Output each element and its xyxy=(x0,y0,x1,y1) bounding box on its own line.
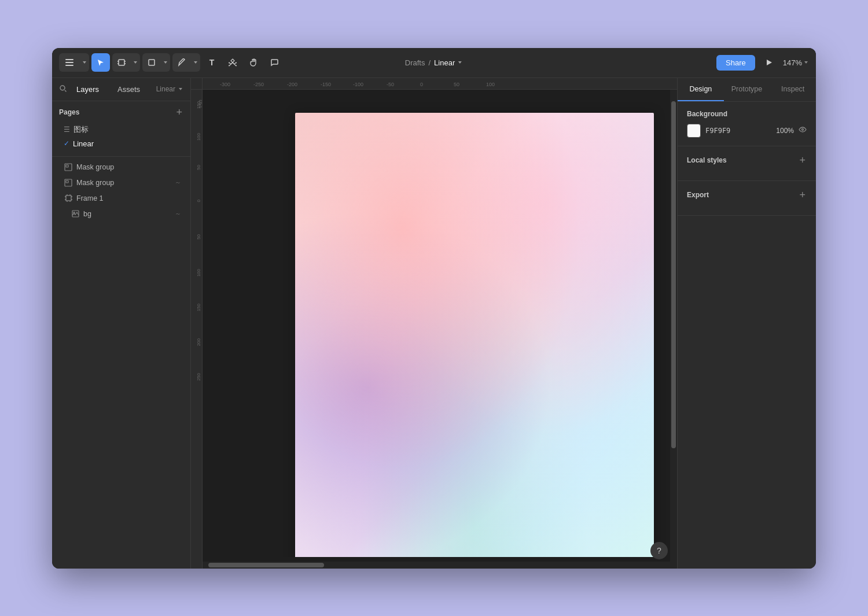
ruler-h-label-1: -300 xyxy=(220,82,230,87)
panel-tabs: Layers Assets Linear xyxy=(52,78,190,101)
hand-tool[interactable] xyxy=(244,53,263,72)
canvas-content xyxy=(203,90,677,557)
bg-label: bg xyxy=(83,210,171,218)
layer-mask-group-1[interactable]: Mask group xyxy=(54,160,188,175)
add-local-style-button[interactable]: + xyxy=(798,154,807,167)
add-export-button[interactable]: + xyxy=(798,189,807,201)
svg-rect-1 xyxy=(65,62,73,63)
add-page-button[interactable]: + xyxy=(175,107,183,117)
move-tool[interactable] xyxy=(91,53,110,72)
design-tab[interactable]: Design xyxy=(678,78,724,101)
layer-mask-group-2[interactable]: Mask group ～ xyxy=(54,175,188,190)
export-header: Export + xyxy=(687,189,807,201)
menu-tool[interactable] xyxy=(59,53,80,72)
vertical-scrollbar-thumb[interactable] xyxy=(671,101,676,448)
zoom-control[interactable]: 147% xyxy=(783,58,809,67)
layers-tab[interactable]: Layers xyxy=(72,83,104,96)
vertical-scrollbar[interactable] xyxy=(670,90,677,562)
main-area: Layers Assets Linear Pages + ☰ 图标 ✓ xyxy=(52,78,816,569)
breadcrumb: Drafts / Linear xyxy=(405,58,463,67)
text-tool[interactable]: T xyxy=(203,53,221,72)
page-item-linear[interactable]: ✓ Linear xyxy=(59,137,183,150)
pen-dropdown-btn[interactable] xyxy=(191,53,200,72)
background-color-swatch[interactable] xyxy=(687,124,701,138)
frame-tool[interactable] xyxy=(112,53,131,72)
menu-dropdown-btn[interactable] xyxy=(80,53,89,72)
background-header: Background xyxy=(687,110,807,118)
component-tool[interactable] xyxy=(223,53,242,72)
help-button[interactable]: ? xyxy=(650,542,668,559)
shape-tool-group xyxy=(142,53,170,72)
local-styles-header: Local styles + xyxy=(687,154,807,167)
toolbar: T Drafts / Linear Share xyxy=(52,48,816,78)
ruler-v-n200: 200 xyxy=(196,338,201,346)
export-section: Export + xyxy=(678,181,816,216)
svg-point-25 xyxy=(802,129,804,131)
svg-rect-11 xyxy=(66,165,68,167)
ruler-h-label-9: 100 xyxy=(486,82,495,87)
comment-tool[interactable] xyxy=(265,53,284,72)
shape-tool[interactable] xyxy=(142,53,161,72)
ruler-v-n100: 100 xyxy=(196,269,201,276)
mask-icon-1 xyxy=(64,163,73,172)
image-icon xyxy=(71,209,80,219)
ruler-horizontal: -300 -250 -200 -150 -100 -50 0 50 100 xyxy=(203,78,677,90)
share-button[interactable]: Share xyxy=(716,55,755,71)
gradient-background xyxy=(295,113,654,557)
local-styles-title: Local styles xyxy=(687,156,727,164)
check-icon: ✓ xyxy=(64,139,69,147)
frame-icon xyxy=(64,194,73,203)
design-frame[interactable] xyxy=(295,113,654,557)
background-opacity-value[interactable]: 100% xyxy=(776,127,794,135)
layer-breadcrumb[interactable]: Linear xyxy=(156,85,175,93)
frame-dropdown-btn[interactable] xyxy=(131,53,140,72)
svg-rect-14 xyxy=(66,196,71,201)
ruler-h-label-7: 0 xyxy=(420,82,423,87)
canvas-area[interactable]: -300 -250 -200 -150 -100 -50 0 50 100 15… xyxy=(191,78,677,569)
assets-tab[interactable]: Assets xyxy=(113,83,145,96)
breadcrumb-chevron[interactable] xyxy=(178,86,183,92)
left-panel: Layers Assets Linear Pages + ☰ 图标 ✓ xyxy=(52,78,191,569)
layer-frame-1[interactable]: Frame 1 xyxy=(54,191,188,206)
page-linear-label: Linear xyxy=(73,139,94,148)
ruler-v-50: 50 xyxy=(196,165,201,170)
ruler-h-label-3: -200 xyxy=(287,82,297,87)
background-visibility-toggle[interactable] xyxy=(799,126,807,135)
shape-dropdown-btn[interactable] xyxy=(161,53,170,72)
inspect-tab[interactable]: Inspect xyxy=(770,78,816,101)
breadcrumb-current[interactable]: Linear xyxy=(434,58,463,67)
right-panel-tabs: Design Prototype Inspect xyxy=(678,78,816,102)
horizontal-scrollbar[interactable] xyxy=(203,562,677,569)
ruler-corner xyxy=(191,78,203,90)
pen-tool-group xyxy=(172,53,200,72)
menu-tool-group xyxy=(59,53,89,72)
horizontal-scrollbar-thumb[interactable] xyxy=(208,563,324,567)
play-button[interactable] xyxy=(760,53,778,72)
mask-group-2-action: ～ xyxy=(175,178,181,187)
ruler-v-150: 150 xyxy=(196,101,201,109)
bg-action: ～ xyxy=(175,209,181,218)
ruler-v-n50: 50 xyxy=(196,234,201,239)
search-icon[interactable] xyxy=(59,84,67,94)
frame-tool-group xyxy=(112,53,140,72)
pages-section: Pages + ☰ 图标 ✓ Linear xyxy=(52,101,190,157)
prototype-tab[interactable]: Prototype xyxy=(724,78,770,101)
app-window: T Drafts / Linear Share xyxy=(52,48,816,569)
export-title: Export xyxy=(687,191,709,199)
breadcrumb-drafts[interactable]: Drafts xyxy=(405,58,425,67)
ruler-v-100: 100 xyxy=(196,133,201,141)
ruler-v-n250: 250 xyxy=(196,373,201,381)
page-icon: ☰ xyxy=(64,126,70,134)
svg-rect-2 xyxy=(65,65,73,66)
ruler-h-label-2: -250 xyxy=(253,82,264,87)
svg-rect-3 xyxy=(119,60,124,65)
layer-bg[interactable]: bg ～ xyxy=(54,206,188,222)
toolbar-right: Share 147% xyxy=(716,53,809,72)
pen-tool[interactable] xyxy=(172,53,191,72)
svg-rect-8 xyxy=(149,60,155,65)
ruler-vertical: 150 150 100 50 0 50 100 150 200 250 xyxy=(191,78,203,569)
page-item-icon[interactable]: ☰ 图标 xyxy=(59,122,183,137)
ruler-h-label-6: -50 xyxy=(387,82,394,87)
background-title: Background xyxy=(687,110,727,118)
background-color-value[interactable]: F9F9F9 xyxy=(705,127,771,135)
